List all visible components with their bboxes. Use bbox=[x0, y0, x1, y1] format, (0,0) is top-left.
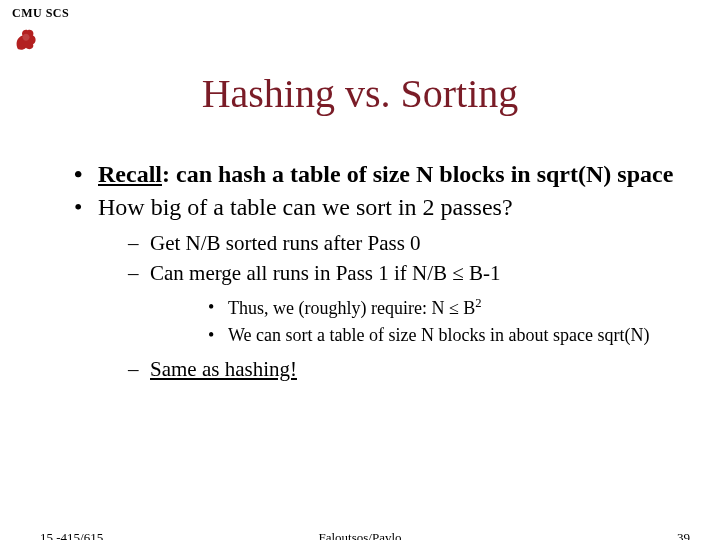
subsub-sort: We can sort a table of size N blocks in … bbox=[150, 323, 680, 347]
sub-sub-list: Thus, we (roughly) require: N ≤ B2 We ca… bbox=[150, 295, 680, 347]
slide-title: Hashing vs. Sorting bbox=[0, 70, 720, 117]
slide: CMU SCS Hashing vs. Sorting Recall: can … bbox=[0, 0, 720, 540]
footer-page-number: 39 bbox=[677, 530, 690, 540]
org-label: CMU SCS bbox=[12, 6, 69, 21]
recall-text: : can hash a table of size N blocks in s… bbox=[162, 161, 673, 187]
bullet-question: How big of a table can we sort in 2 pass… bbox=[70, 193, 680, 383]
require-superscript: 2 bbox=[475, 296, 481, 310]
sub-merge-text: Can merge all runs in Pass 1 if N/B ≤ B-… bbox=[150, 261, 501, 285]
subsub-require: Thus, we (roughly) require: N ≤ B2 bbox=[150, 295, 680, 320]
griffin-logo-icon bbox=[12, 25, 40, 53]
header: CMU SCS bbox=[12, 6, 69, 57]
footer-authors: Faloutsos/Pavlo bbox=[0, 530, 720, 540]
question-text: How big of a table can we sort in 2 pass… bbox=[98, 194, 513, 220]
recall-label: Recall bbox=[98, 161, 162, 187]
slide-body: Recall: can hash a table of size N block… bbox=[70, 160, 680, 387]
sub-list: Get N/B sorted runs after Pass 0 Can mer… bbox=[98, 229, 680, 384]
sub-merge: Can merge all runs in Pass 1 if N/B ≤ B-… bbox=[98, 259, 680, 347]
same-text: Same as hashing! bbox=[150, 357, 297, 381]
header-block: CMU SCS bbox=[12, 6, 69, 57]
sub-runs: Get N/B sorted runs after Pass 0 bbox=[98, 229, 680, 257]
sub-same: Same as hashing! bbox=[98, 355, 680, 383]
require-text: Thus, we (roughly) require: N ≤ B bbox=[228, 298, 475, 318]
bullet-recall: Recall: can hash a table of size N block… bbox=[70, 160, 680, 189]
bullet-list: Recall: can hash a table of size N block… bbox=[70, 160, 680, 383]
